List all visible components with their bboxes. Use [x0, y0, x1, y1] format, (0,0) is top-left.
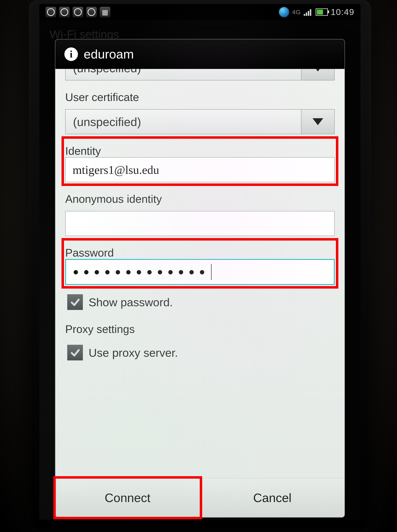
check-icon	[69, 347, 81, 358]
proxy-settings-label: Proxy settings	[65, 323, 335, 335]
info-icon: i	[64, 47, 78, 61]
show-password-label: Show password.	[89, 296, 173, 309]
notification-icon	[73, 7, 83, 18]
show-password-row[interactable]: Show password.	[65, 294, 335, 310]
user-certificate-label: User certificate	[65, 91, 335, 103]
notification-icon	[45, 7, 56, 18]
dialog-footer: Connect Cancel	[55, 478, 345, 517]
phone-body: ▦ 4G 10:49 Wi-Fi settings i eduroam	[29, 0, 371, 532]
anonymous-identity-input[interactable]	[65, 211, 335, 236]
identity-input[interactable]: mtigers1@lsu.edu	[65, 157, 335, 182]
cancel-button[interactable]: Cancel	[200, 478, 345, 517]
user-certificate-value: (unspecified)	[66, 110, 301, 134]
clock: 10:49	[331, 7, 354, 17]
anonymous-identity-label: Anonymous identity	[65, 192, 335, 205]
notification-icon	[86, 7, 97, 18]
identity-value: mtigers1@lsu.edu	[73, 163, 159, 177]
wifi-network-dialog: i eduroam (unspecified) User certificate…	[55, 39, 345, 518]
show-password-checkbox[interactable]	[67, 294, 83, 310]
connect-button[interactable]: Connect	[55, 478, 200, 517]
dialog-body[interactable]: (unspecified) User certificate (unspecif…	[55, 69, 345, 478]
chevron-down-icon	[312, 69, 323, 71]
chevron-down-icon	[312, 118, 323, 125]
use-proxy-checkbox[interactable]	[67, 345, 83, 361]
password-label: Password	[65, 246, 335, 259]
password-input[interactable]: •••••••••••••	[65, 259, 335, 285]
dropdown-button[interactable]	[301, 110, 334, 134]
signal-icon	[304, 8, 313, 16]
battery-icon	[316, 8, 328, 16]
user-certificate-select[interactable]: (unspecified)	[65, 109, 335, 134]
cancel-button-label: Cancel	[253, 491, 292, 505]
network-badge: 4G	[292, 9, 301, 16]
identity-label: Identity	[65, 145, 335, 157]
connect-button-label: Connect	[105, 491, 150, 505]
dialog-title: eduroam	[84, 47, 134, 61]
dialog-title-bar: i eduroam	[55, 39, 345, 69]
dropdown-button[interactable]	[301, 69, 334, 80]
notification-icon: ▦	[100, 7, 110, 18]
use-proxy-row[interactable]: Use proxy server.	[65, 345, 335, 361]
check-icon	[69, 297, 81, 308]
status-bar: ▦ 4G 10:49	[39, 4, 360, 20]
globe-icon	[279, 7, 289, 18]
text-caret	[211, 264, 212, 280]
use-proxy-label: Use proxy server.	[89, 346, 178, 359]
notification-icon	[59, 7, 70, 18]
password-masked: •••••••••••••	[73, 264, 210, 280]
phone-screen: ▦ 4G 10:49 Wi-Fi settings i eduroam	[39, 4, 360, 520]
ca-certificate-select[interactable]: (unspecified)	[65, 69, 335, 81]
ca-certificate-value: (unspecified)	[66, 69, 301, 80]
